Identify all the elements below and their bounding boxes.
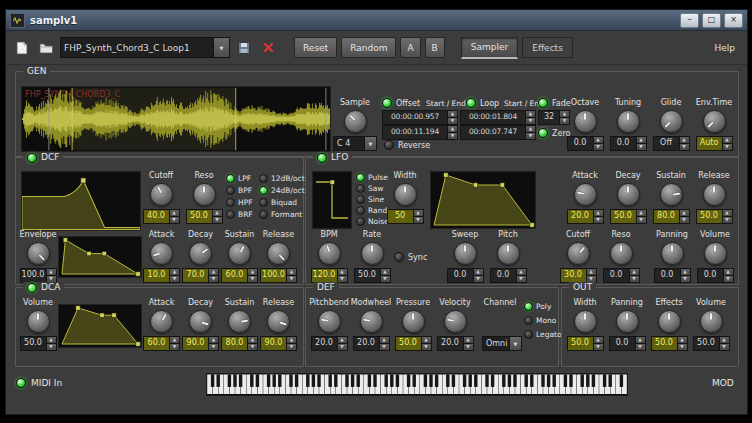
cutoff-spinbox[interactable]: 30.0▲▼: [560, 268, 597, 283]
release-spin-down[interactable]: ▼: [287, 343, 296, 350]
sync-checkbox[interactable]: Sync: [394, 252, 427, 262]
decay-spinbox[interactable]: 50.0▲▼: [610, 209, 647, 224]
sustain-spinbox[interactable]: 60.0▲▼: [221, 268, 258, 283]
loop-end-down[interactable]: ▼: [526, 132, 535, 139]
cutoff-spin-down[interactable]: ▼: [587, 275, 596, 282]
modwheel-spin-down[interactable]: ▼: [380, 343, 389, 350]
loop-start-down[interactable]: ▼: [526, 117, 535, 124]
velocity-knob[interactable]: [444, 310, 467, 333]
glide-spinbox[interactable]: Off▲▼: [653, 136, 690, 151]
channel-dropdown-arrow-icon[interactable]: ▼: [509, 337, 521, 350]
tuning-spinbox[interactable]: 0.0▲▼: [610, 136, 647, 151]
release-knob[interactable]: [267, 242, 290, 265]
offset-end-down[interactable]: ▼: [448, 132, 457, 139]
attack-spinbox[interactable]: 10.0▲▼: [143, 268, 180, 283]
pressure-spinbox[interactable]: 50.0▲▼: [395, 336, 432, 351]
effects-knob[interactable]: [658, 310, 681, 333]
offset-led[interactable]: [382, 98, 392, 108]
radio-mono[interactable]: Mono: [524, 315, 562, 325]
sustain-spin-down[interactable]: ▼: [680, 216, 689, 223]
bpm-knob[interactable]: [318, 242, 341, 265]
radio-biquad[interactable]: Biquad: [259, 197, 305, 207]
width-spin-down[interactable]: ▼: [594, 343, 603, 350]
reset-button[interactable]: Reset: [294, 37, 337, 58]
release-spinbox[interactable]: 90.0▲▼: [260, 336, 297, 351]
help-menu[interactable]: Help: [708, 43, 741, 53]
octave-spinbox[interactable]: 0.0▲▼: [567, 136, 604, 151]
radio-bpf[interactable]: BPF: [226, 185, 253, 195]
cutoff-knob[interactable]: [567, 242, 590, 265]
fade-led[interactable]: [538, 98, 548, 108]
width-knob[interactable]: [394, 183, 417, 206]
pitch-spinbox[interactable]: 0.0▲▼: [490, 268, 527, 283]
pitchbend-spin-down[interactable]: ▼: [338, 343, 347, 350]
loop-end-field[interactable]: 00:00:07.747 ▲▼: [460, 125, 536, 140]
virtual-keyboard[interactable]: [206, 373, 628, 396]
reverse-checkbox[interactable]: Reverse: [384, 140, 430, 150]
width-spin-down[interactable]: ▼: [414, 216, 423, 223]
panning-spin-down[interactable]: ▼: [681, 275, 690, 282]
envelope-spin-down[interactable]: ▼: [47, 275, 56, 282]
velocity-spin-down[interactable]: ▼: [464, 343, 473, 350]
decay-knob[interactable]: [189, 310, 212, 333]
offset-start-down[interactable]: ▼: [448, 117, 457, 124]
offset-start-field[interactable]: 00:00:00.957 ▲▼: [382, 110, 458, 125]
panning-spin-down[interactable]: ▼: [636, 343, 645, 350]
loop-start-field[interactable]: 00:00:01.804 ▲▼: [460, 110, 536, 125]
release-knob[interactable]: [267, 310, 290, 333]
sample-note-combo[interactable]: C 4 ▼: [333, 136, 377, 151]
sustain-spinbox[interactable]: 80.0▲▼: [221, 336, 258, 351]
decay-spinbox[interactable]: 70.0▲▼: [182, 268, 219, 283]
loop-led[interactable]: [466, 98, 476, 108]
volume-spin-down[interactable]: ▼: [724, 275, 733, 282]
radio-12db-oct[interactable]: 12dB/oct: [259, 173, 305, 183]
glide-spin-down[interactable]: ▼: [680, 143, 689, 150]
reso-spin-down[interactable]: ▼: [213, 216, 222, 223]
octave-spin-down[interactable]: ▼: [594, 143, 603, 150]
sample-waveform-display[interactable]: FHP_SYNTH_CHORD3_C: [21, 86, 331, 152]
sustain-spin-down[interactable]: ▼: [248, 275, 257, 282]
maximize-button[interactable]: □: [702, 13, 721, 28]
decay-spinbox[interactable]: 90.0▲▼: [182, 336, 219, 351]
save-preset-icon[interactable]: [234, 38, 254, 58]
bpm-spinbox[interactable]: 120.0▲▼: [311, 268, 348, 283]
lfo-wave-display[interactable]: [312, 171, 352, 229]
open-preset-icon[interactable]: [36, 38, 56, 58]
tuning-spin-down[interactable]: ▼: [637, 143, 646, 150]
attack-knob[interactable]: [574, 183, 597, 206]
width-spinbox[interactable]: 50▲▼: [387, 209, 424, 224]
random-button[interactable]: Random: [341, 37, 396, 58]
sweep-spin-down[interactable]: ▼: [474, 275, 483, 282]
radio-legato[interactable]: Legato: [524, 329, 562, 339]
volume-spinbox[interactable]: 0.0▲▼: [697, 268, 734, 283]
loop-toggle[interactable]: Loop: [466, 98, 499, 108]
sustain-knob[interactable]: [228, 242, 251, 265]
attack-knob[interactable]: [150, 310, 173, 333]
offset-toggle[interactable]: Offset: [382, 98, 420, 108]
sample-note-dropdown-arrow-icon[interactable]: ▼: [364, 137, 376, 150]
effects-spin-down[interactable]: ▼: [678, 343, 687, 350]
attack-spin-down[interactable]: ▼: [170, 275, 179, 282]
attack-spin-down[interactable]: ▼: [594, 216, 603, 223]
volume-spinbox[interactable]: 50.0▲▼: [20, 336, 57, 351]
titlebar[interactable]: samplv1 – □ ×: [6, 10, 747, 31]
attack-spinbox[interactable]: 20.0▲▼: [567, 209, 604, 224]
preset-combo[interactable]: FHP_Synth_Chord3_C Loop1 ▼: [60, 37, 230, 58]
modwheel-knob[interactable]: [360, 310, 383, 333]
envelope-knob[interactable]: [27, 242, 50, 265]
radio-poly[interactable]: Poly: [524, 301, 562, 311]
envelope-spinbox[interactable]: 100.0▲▼: [20, 268, 57, 283]
sample-knob[interactable]: [344, 110, 367, 133]
width-knob[interactable]: [574, 310, 597, 333]
pressure-knob[interactable]: [402, 310, 425, 333]
sweep-knob[interactable]: [454, 242, 477, 265]
pressure-spin-down[interactable]: ▼: [422, 343, 431, 350]
volume-knob[interactable]: [700, 310, 723, 333]
release-spin-down[interactable]: ▼: [287, 275, 296, 282]
cutoff-knob[interactable]: [150, 183, 173, 206]
reverse-led[interactable]: [384, 140, 394, 150]
bpm-spin-down[interactable]: ▼: [338, 275, 347, 282]
channel-combo[interactable]: Omni ▼: [482, 336, 522, 351]
release-spin-down[interactable]: ▼: [723, 216, 732, 223]
release-knob[interactable]: [703, 183, 726, 206]
